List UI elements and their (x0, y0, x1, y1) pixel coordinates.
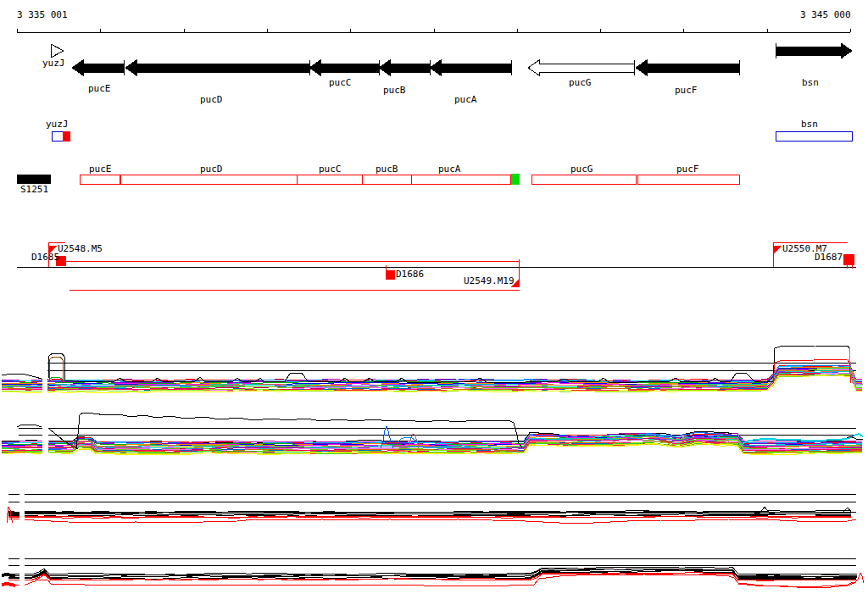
segment-divider (120, 175, 121, 184)
gene-box-label-bsn: bsn (801, 119, 818, 129)
gene-arrow-bsn[interactable] (776, 43, 852, 58)
segment-box-pucG[interactable] (531, 175, 636, 184)
segment-label-pucF: pucF (676, 164, 699, 174)
profile-panel-2-gap (42, 410, 48, 466)
gene-arrow-pucF[interactable] (636, 60, 739, 75)
profile-panel-4-trace (8, 569, 857, 577)
segment-box-pucC[interactable] (297, 175, 362, 184)
gene-arrow-pucE[interactable] (72, 60, 124, 75)
profile-panel-3-trace (8, 519, 856, 523)
gene-label-pucB: pucB (383, 86, 406, 95)
gene-label-pucF: pucF (675, 86, 698, 95)
segment-label-pucD: pucD (200, 164, 223, 174)
marker-label-d1685: D1685 (31, 253, 59, 262)
segment-label-pucA: pucA (438, 164, 461, 174)
segment-green-box[interactable] (511, 174, 520, 185)
yuzJ-box[interactable] (52, 131, 63, 141)
genome-browser-view: 3 335 001 3 345 000 yuzJpucEpucDpucCpucB… (0, 0, 868, 605)
segment-label-pucC: pucC (319, 164, 342, 174)
marker-label-d1687: D1687 (815, 253, 843, 262)
marker-probe-box[interactable] (386, 270, 395, 280)
gene-arrow-pucD[interactable] (125, 60, 309, 75)
segment-label-pucB: pucB (376, 164, 398, 174)
bsn-box[interactable] (776, 131, 852, 141)
gene-box-label-yuzJ: yuzJ (46, 119, 69, 129)
gene-label-yuzJ: yuzJ (42, 58, 65, 68)
profile-panel-1-gap (42, 341, 47, 399)
profile-panel-4-trace (2, 574, 15, 576)
segment-box-pucD[interactable] (120, 175, 297, 184)
gene-label-pucC: pucC (329, 78, 352, 87)
marker-flag[interactable] (773, 246, 782, 255)
gene-label-pucA: pucA (454, 95, 477, 104)
segment-box-S1251[interactable] (17, 175, 51, 184)
segment-box-pucF[interactable] (637, 175, 739, 184)
segment-label-pucG: pucG (570, 164, 593, 174)
segment-box-pucB[interactable] (362, 175, 411, 184)
browser-canvas (0, 0, 868, 605)
yuzJ-box-red[interactable] (63, 131, 70, 141)
gene-label-pucD: pucD (200, 95, 223, 104)
marker-label-d1686: D1686 (396, 269, 424, 279)
profile-panel-4-trace (738, 582, 856, 586)
gene-arrow-pucG[interactable] (528, 60, 634, 75)
gene-arrow-pucB[interactable] (379, 60, 430, 75)
profile-panel-1-trace (2, 346, 850, 382)
profile-panel-3-gap (19, 490, 25, 528)
gene-label-pucG: pucG (569, 78, 592, 87)
marker-probe-box[interactable] (843, 254, 854, 265)
segment-box-pucA[interactable] (411, 175, 510, 184)
gene-arrow-pucA[interactable] (430, 60, 511, 75)
gene-arrow-pucC[interactable] (309, 60, 379, 75)
marker-label-u2549m19: U2549.M19 (464, 276, 515, 286)
marker-label-u2548m5: U2548.M5 (58, 244, 103, 253)
profile-panel-2-trace (17, 425, 42, 427)
gene-label-pucE: pucE (88, 84, 111, 93)
profile-panel-4-gap (19, 554, 25, 592)
gene-label-bsn: bsn (802, 78, 819, 87)
segment-label-pucE: pucE (89, 164, 112, 174)
segment-label-S1251: S1251 (20, 185, 48, 194)
segment-box-pucE[interactable] (80, 175, 120, 184)
gene-arrow-yuzJ[interactable] (51, 44, 64, 58)
